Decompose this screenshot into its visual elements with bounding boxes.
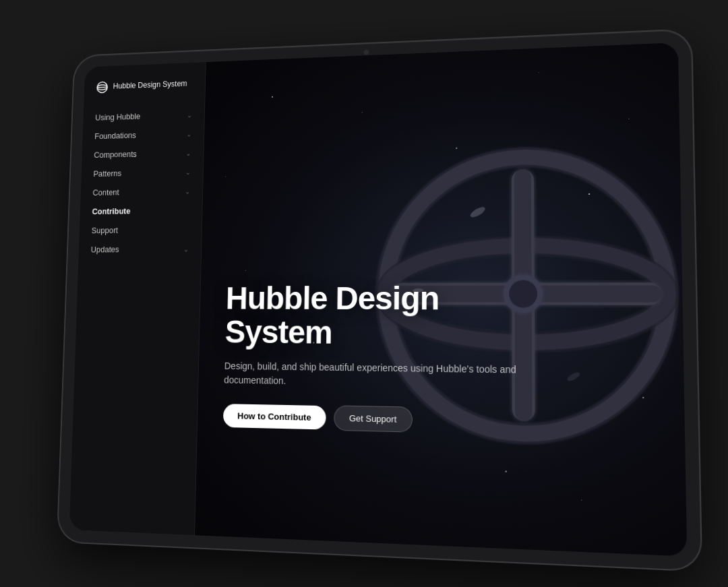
sidebar-navigation: Using Hubble ⌄ Foundations ⌄ Components … xyxy=(78,104,204,259)
chevron-down-icon: ⌄ xyxy=(183,245,189,253)
get-support-button[interactable]: Get Support xyxy=(334,405,413,432)
sidebar: Hubble Design System Using Hubble ⌄ Foun… xyxy=(69,62,206,535)
sidebar-item-contribute[interactable]: Contribute xyxy=(80,200,202,221)
chevron-down-icon: ⌄ xyxy=(186,149,191,156)
sidebar-item-content[interactable]: Content ⌄ xyxy=(80,181,202,202)
main-content: Hubble Design System Design, build, and … xyxy=(195,42,687,557)
chevron-down-icon: ⌄ xyxy=(185,187,190,195)
tablet-device: Hubble Design System Using Hubble ⌄ Foun… xyxy=(58,30,701,570)
hero-title: Hubble Design System xyxy=(224,281,537,351)
sidebar-item-updates[interactable]: Updates ⌄ xyxy=(78,239,201,259)
brand-logo[interactable]: Hubble Design System xyxy=(84,77,205,109)
svg-point-14 xyxy=(566,371,582,383)
tablet-screen: Hubble Design System Using Hubble ⌄ Foun… xyxy=(69,42,687,557)
sidebar-item-components[interactable]: Components ⌄ xyxy=(82,143,204,165)
hubble-icon xyxy=(96,81,108,94)
svg-point-13 xyxy=(468,205,486,219)
hero-text-block: Hubble Design System Design, build, and … xyxy=(223,281,538,435)
how-to-contribute-button[interactable]: How to Contribute xyxy=(223,404,326,429)
sidebar-item-foundations[interactable]: Foundations ⌄ xyxy=(82,123,204,146)
chevron-down-icon: ⌄ xyxy=(186,130,191,137)
chevron-down-icon: ⌄ xyxy=(185,168,191,175)
hero-subtitle: Design, build, and ship beautiful experi… xyxy=(224,359,538,392)
sidebar-item-support[interactable]: Support xyxy=(79,220,202,241)
chevron-down-icon: ⌄ xyxy=(187,111,192,119)
sidebar-item-patterns[interactable]: Patterns ⌄ xyxy=(81,162,203,183)
svg-line-2 xyxy=(97,87,107,88)
brand-name: Hubble Design System xyxy=(113,79,187,92)
